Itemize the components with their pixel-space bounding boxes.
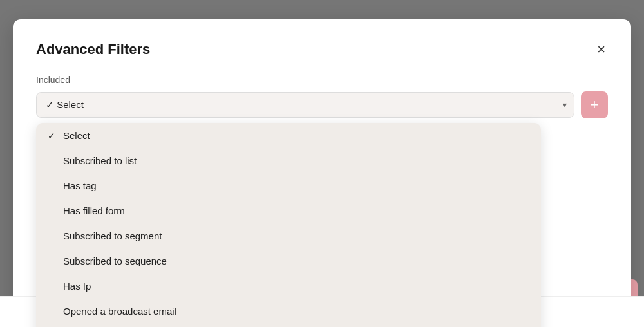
- selected-option-label: Select: [57, 99, 84, 110]
- close-button[interactable]: ×: [594, 40, 608, 59]
- filter-row: ✓ Select ▾ ✓ Select Subscribed to list: [36, 91, 608, 118]
- dropdown-item-has-filled-form[interactable]: Has filled form: [36, 198, 541, 223]
- checkmark-icon: ✓: [48, 131, 58, 141]
- modal-title: Advanced Filters: [36, 41, 150, 58]
- dropdown-item-has-ip[interactable]: Has Ip: [36, 274, 541, 299]
- dropdown-item-subscribed-list[interactable]: Subscribed to list: [36, 148, 541, 173]
- dropdown-menu: ✓ Select Subscribed to list Has tag Has …: [36, 123, 541, 327]
- dropdown-item-subscribed-segment[interactable]: Subscribed to segment: [36, 223, 541, 248]
- section-label: Included: [36, 75, 608, 85]
- modal-container: Advanced Filters × Included ✓ Select ▾ ✓…: [0, 0, 644, 327]
- dropdown-item-has-tag[interactable]: Has tag: [36, 173, 541, 198]
- add-filter-button[interactable]: +: [581, 91, 608, 118]
- dropdown-item-clicked-link[interactable]: Clicked a link in broadcast email: [36, 324, 541, 327]
- filter-select-display[interactable]: ✓ Select: [36, 92, 574, 118]
- dropdown-item-opened-broadcast[interactable]: Opened a broadcast email: [36, 299, 541, 324]
- select-wrapper: ✓ Select ▾ ✓ Select Subscribed to list: [36, 92, 574, 118]
- dropdown-item-select[interactable]: ✓ Select: [36, 123, 541, 148]
- checkmark-icon: ✓: [46, 99, 57, 110]
- modal-header: Advanced Filters ×: [36, 40, 608, 59]
- modal: Advanced Filters × Included ✓ Select ▾ ✓…: [13, 19, 631, 315]
- dropdown-item-subscribed-sequence[interactable]: Subscribed to sequence: [36, 248, 541, 274]
